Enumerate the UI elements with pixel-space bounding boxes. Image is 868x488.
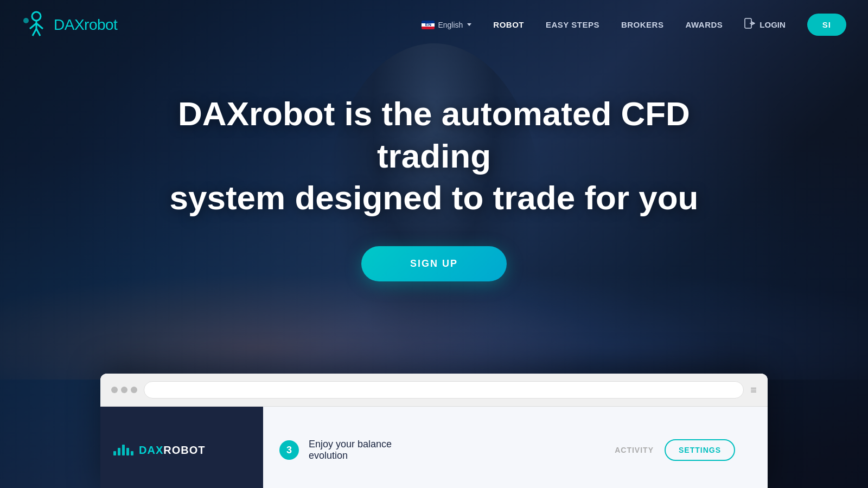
browser-dot-2 — [121, 387, 127, 393]
browser-dots — [111, 387, 137, 393]
nav-link-robot[interactable]: ROBOT — [493, 20, 524, 29]
nav-link-awards[interactable]: AWARDS — [685, 20, 723, 29]
login-icon — [744, 18, 755, 31]
nav-link-brokers[interactable]: BROKERS — [621, 20, 664, 29]
dax-bar-4 — [126, 448, 129, 455]
logo-icon — [22, 10, 52, 40]
browser-main-content: 3 Enjoy your balance evolution ACTIVITY … — [263, 407, 768, 488]
dax-logo-mini: DAXROBOT — [113, 444, 205, 457]
browser-mockup: ≡ DAXROBOT — [100, 374, 768, 488]
dax-bars-icon — [113, 445, 133, 455]
svg-point-0 — [32, 12, 41, 21]
step-description: Enjoy your balance evolution — [309, 439, 392, 461]
logo[interactable]: DAXrobot — [22, 10, 117, 40]
logo-text: DAXrobot — [54, 16, 117, 34]
dax-bar-5 — [131, 451, 133, 455]
settings-button[interactable]: SETTINGS — [665, 439, 735, 461]
browser-sidebar: DAXROBOT — [100, 407, 263, 488]
language-chevron-icon — [467, 23, 471, 26]
signup-button[interactable]: SIGN UP — [361, 246, 507, 281]
browser-toolbar: ≡ — [100, 374, 768, 407]
signup-nav-button[interactable]: SI — [807, 14, 846, 36]
login-label: LOGIN — [760, 20, 786, 29]
browser-menu-icon: ≡ — [750, 384, 757, 396]
svg-point-6 — [23, 18, 29, 23]
login-link[interactable]: LOGIN — [744, 18, 786, 31]
navbar: DAXrobot EN English ROBOT EASY STEPS BRO… — [0, 0, 868, 49]
activity-link[interactable]: ACTIVITY — [615, 446, 654, 454]
dax-bar-2 — [118, 448, 120, 455]
svg-line-2 — [30, 23, 36, 29]
browser-content: DAXROBOT 3 Enjoy your balance evolution … — [100, 407, 768, 488]
language-flag: EN — [422, 21, 435, 29]
svg-line-3 — [36, 23, 43, 29]
language-selector[interactable]: EN English — [422, 21, 471, 29]
browser-dot-3 — [131, 387, 137, 393]
nav-link-easy-steps[interactable]: EASY STEPS — [546, 20, 599, 29]
dax-bar-3 — [122, 445, 125, 455]
browser-actions: ACTIVITY SETTINGS — [615, 439, 751, 461]
svg-line-5 — [36, 29, 40, 36]
hero-title: DAXrobot is the automated CFD trading sy… — [136, 93, 732, 219]
nav-links: EN English ROBOT EASY STEPS BROKERS AWAR… — [422, 14, 846, 36]
dax-bar-1 — [113, 451, 116, 455]
hero-section: DAXrobot EN English ROBOT EASY STEPS BRO… — [0, 0, 868, 488]
step-badge: 3 — [279, 440, 299, 460]
language-label: English — [438, 21, 463, 29]
svg-line-4 — [33, 29, 36, 36]
browser-dot-1 — [111, 387, 118, 393]
browser-address-bar[interactable] — [144, 381, 744, 399]
dax-mini-text: DAXROBOT — [139, 444, 205, 457]
